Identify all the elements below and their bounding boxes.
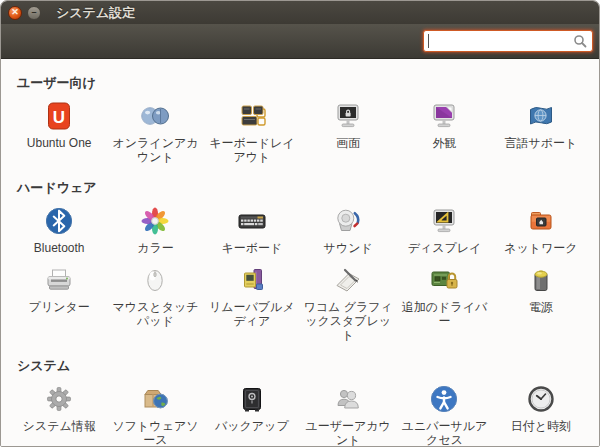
settings-item-backup[interactable]: バックアップ [204,380,300,446]
settings-item-label: システム情報 [23,419,96,433]
settings-item-power[interactable]: 電源 [493,261,589,348]
settings-item-screen[interactable]: 画面 [300,97,396,170]
settings-item-label: 日付と時刻 [511,419,571,433]
settings-item-label: オンラインアカウント [109,136,201,164]
svg-text:U: U [53,108,65,127]
system-settings-window: ✕ – システム設定 ユーザー向け U Ubuntu One [0,0,600,447]
printer-icon [43,264,75,296]
settings-item-mouse-touchpad[interactable]: マウスとタッチパッド [107,261,203,348]
mouse-icon [139,264,171,296]
window-title: システム設定 [56,4,135,22]
close-button[interactable]: ✕ [8,6,22,20]
settings-item-label: Ubuntu One [27,136,92,150]
language-support-icon [525,100,557,132]
section-grid-system: システム情報 ソフトウェアソース [11,380,589,446]
settings-item-appearance[interactable]: 外観 [396,97,492,170]
settings-item-printers[interactable]: プリンター [11,261,107,348]
settings-item-software-sources[interactable]: ソフトウェアソース [107,380,203,446]
screen-lock-icon [332,100,364,132]
settings-item-universal-access[interactable]: ユニバーサルアクセス [396,380,492,446]
settings-item-label: 言語サポート [504,136,577,150]
settings-item-displays[interactable]: ディスプレイ [396,202,492,261]
settings-item-label: キーボード [221,241,282,255]
settings-item-label: ユニバーサルアクセス [398,419,490,446]
wacom-tablet-icon [332,264,364,296]
backup-icon [236,383,268,415]
software-sources-icon [139,383,171,415]
settings-item-label: 外観 [432,136,456,150]
search-input[interactable] [428,34,573,48]
settings-item-wacom-tablet[interactable]: ワコム グラフィックスタブレット [300,261,396,348]
magnifier-icon [573,34,587,48]
system-info-icon [43,383,75,415]
settings-item-removable-media[interactable]: リムーバブルメディア [204,261,300,348]
settings-item-keyboard-layout[interactable]: キーボードレイアウト [204,97,300,170]
settings-item-label: サウンド [324,241,373,255]
settings-item-label: 電源 [529,300,553,314]
settings-item-ubuntu-one[interactable]: U Ubuntu One [11,97,107,170]
settings-panel: ユーザー向け U Ubuntu One オンラインアカウント [1,59,599,446]
online-accounts-icon [139,100,171,132]
settings-item-label: ソフトウェアソース [109,419,201,446]
settings-item-label: ディスプレイ [408,241,482,255]
keyboard-layout-icon [236,100,268,132]
power-icon [525,264,557,296]
settings-item-language-support[interactable]: 言語サポート [493,97,589,170]
appearance-icon [428,100,460,132]
section-title-system: システム [17,357,589,375]
settings-item-label: バックアップ [215,419,289,433]
universal-access-icon [428,383,460,415]
settings-item-label: ネットワーク [504,241,577,255]
minimize-icon: – [31,8,36,17]
titlebar[interactable]: ✕ – システム設定 [1,1,599,24]
display-icon [428,205,460,237]
user-accounts-icon [332,383,364,415]
bluetooth-icon [43,205,75,237]
settings-item-user-accounts[interactable]: ユーザーアカウント [300,380,396,446]
section-title-hardware: ハードウェア [17,179,589,197]
settings-item-label: 画面 [336,136,360,150]
minimize-button[interactable]: – [27,6,41,20]
settings-item-label: マウスとタッチパッド [109,300,201,328]
search-box[interactable] [423,30,593,52]
settings-item-keyboard[interactable]: キーボード [204,202,300,261]
settings-item-label: キーボードレイアウト [206,136,298,164]
settings-item-datetime[interactable]: 日付と時刻 [493,380,589,446]
datetime-icon [525,383,557,415]
settings-item-label: リムーバブルメディア [206,300,298,328]
color-icon [139,205,171,237]
section-grid-hardware: Bluetooth カラー [11,202,589,348]
ubuntu-one-icon: U [43,100,75,132]
section-grid-users: U Ubuntu One オンラインアカウント [11,97,589,170]
settings-item-bluetooth[interactable]: Bluetooth [11,202,107,261]
settings-item-label: Bluetooth [34,241,85,255]
settings-item-label: ユーザーアカウント [302,419,394,446]
settings-item-label: ワコム グラフィックスタブレット [302,300,394,342]
settings-item-color[interactable]: カラー [107,202,203,261]
settings-item-additional-drivers[interactable]: 追加のドライバー [396,261,492,348]
network-icon [525,205,557,237]
settings-item-label: プリンター [29,300,90,314]
settings-item-label: カラー [137,241,174,255]
sound-icon [332,205,364,237]
settings-item-system-info[interactable]: システム情報 [11,380,107,446]
additional-drivers-icon [428,264,460,296]
toolbar [1,24,599,59]
settings-item-label: 追加のドライバー [398,300,490,328]
keyboard-icon [236,205,268,237]
settings-item-sound[interactable]: サウンド [300,202,396,261]
section-title-users: ユーザー向け [17,74,589,92]
removable-media-icon [236,264,268,296]
close-icon: ✕ [11,8,19,17]
settings-item-online-accounts[interactable]: オンラインアカウント [107,97,203,170]
settings-item-network[interactable]: ネットワーク [493,202,589,261]
